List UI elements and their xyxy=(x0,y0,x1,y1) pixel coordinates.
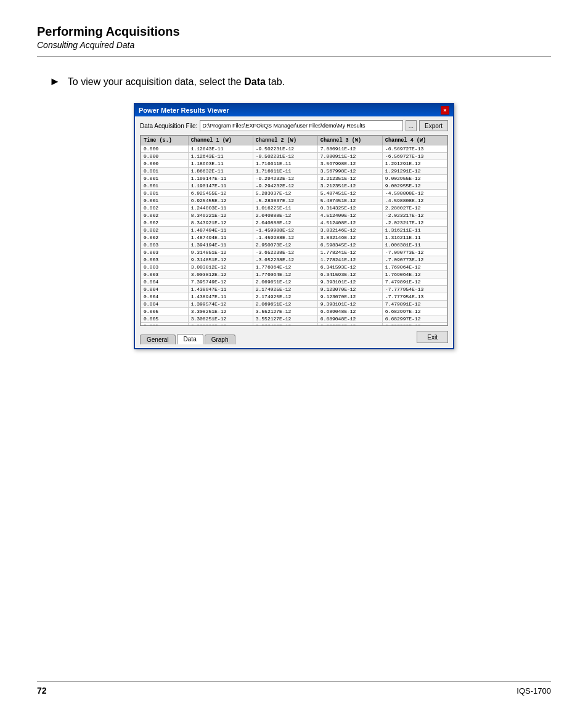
table-cell: 6.341593E-12 xyxy=(317,271,382,278)
table-cell: 0.002 xyxy=(141,212,189,219)
table-row: 0.0001.12643E-11-9.502231E-127.080911E-1… xyxy=(141,145,447,153)
tab-data[interactable]: Data xyxy=(177,334,203,344)
bottom-area: GeneralDataGraph Exit xyxy=(140,328,448,344)
table-cell: 1.487494E-11 xyxy=(188,234,253,241)
export-button[interactable]: Export xyxy=(419,120,448,131)
table-cell: -6.569727E-13 xyxy=(382,153,447,160)
table-row: 0.0001.12643E-11-9.502231E-127.080911E-1… xyxy=(141,153,447,160)
table-cell: -4.598808E-12 xyxy=(382,197,447,205)
table-cell: 1.487494E-11 xyxy=(188,227,253,234)
browse-button[interactable]: ... xyxy=(406,120,417,131)
footer-product-name: IQS-1700 xyxy=(517,686,551,696)
header-divider xyxy=(37,56,551,57)
table-cell: 3.567998E-12 xyxy=(317,168,382,175)
table-cell: 5.487451E-12 xyxy=(317,197,382,205)
table-cell: 9.123070E-12 xyxy=(317,293,382,301)
table-cell: 0.004 xyxy=(141,286,189,293)
table-cell: -9.294232E-12 xyxy=(253,182,317,190)
table-row: 0.0053.308251E-123.552127E-126.689048E-1… xyxy=(141,308,447,315)
table-cell: 6.682997E-12 xyxy=(382,308,447,315)
table-cell: 3.308251E-12 xyxy=(188,308,253,315)
table-cell: 0.002 xyxy=(141,219,189,227)
table-cell: 0.003 xyxy=(141,249,189,256)
table-cell: 2.069651E-12 xyxy=(253,278,317,286)
data-table-container: Time (s.)Channel 1 (W)Channel 2 (W)Chann… xyxy=(140,135,448,326)
tab-general[interactable]: General xyxy=(140,335,176,344)
table-cell: 9.314851E-12 xyxy=(188,249,253,256)
table-cell: 3.003812E-12 xyxy=(188,264,253,271)
table-cell: -6.569727E-13 xyxy=(382,145,447,153)
table-row: 0.0047.395749E-122.069651E-129.393101E-1… xyxy=(141,278,447,286)
table-cell: 1.716611E-11 xyxy=(253,168,317,175)
table-row: 0.0028.343921E-122.040888E-124.512408E-1… xyxy=(141,219,447,227)
table-cell: -9.502231E-12 xyxy=(253,145,317,153)
table-cell: 3.552127E-12 xyxy=(253,315,317,323)
instruction-text-after: tab. xyxy=(266,76,285,87)
table-cell: 7.080911E-12 xyxy=(317,145,382,153)
table-body: 0.0001.12643E-11-9.502231E-127.080911E-1… xyxy=(141,145,447,327)
table-cell: 5.283037E-12 xyxy=(253,190,317,197)
table-cell: 1.716611E-11 xyxy=(253,160,317,168)
table-cell: 0.000 xyxy=(141,145,189,153)
table-cell: 3.003812E-12 xyxy=(188,271,253,278)
table-cell: 6.089856E-12 xyxy=(317,323,382,327)
table-cell: 9.002955E-12 xyxy=(382,175,447,182)
table-row: 0.0011.190147E-11-9.294232E-123.212351E-… xyxy=(141,182,447,190)
table-cell: 2.040888E-12 xyxy=(253,212,317,219)
page-footer: 72 IQS-1700 xyxy=(37,681,551,696)
table-cell: -2.023217E-12 xyxy=(382,219,447,227)
table-cell: 1.778241E-12 xyxy=(317,256,382,264)
table-cell: 0.001 xyxy=(141,175,189,182)
window-body: Data Acquisition File: ... Export Time (… xyxy=(135,116,453,348)
table-cell: 1.769064E-12 xyxy=(382,264,447,271)
table-cell: 0.003 xyxy=(141,256,189,264)
table-cell: -7.090773E-12 xyxy=(382,256,447,264)
table-cell: 0.004 xyxy=(141,278,189,286)
table-row: 0.0011.190147E-11-9.294232E-123.212351E-… xyxy=(141,175,447,182)
table-cell: -7.090773E-12 xyxy=(382,249,447,256)
table-cell: 7.479891E-12 xyxy=(382,301,447,308)
table-cell: 0.002 xyxy=(141,234,189,241)
table-row: 0.0056.068306E-126.577456E-126.089856E-1… xyxy=(141,323,447,327)
tab-graph[interactable]: Graph xyxy=(205,335,235,344)
table-cell: 6.341593E-12 xyxy=(317,264,382,271)
table-row: 0.0041.399574E-122.069651E-129.393101E-1… xyxy=(141,301,447,308)
table-cell: 0.005 xyxy=(141,315,189,323)
table-cell: 1.769064E-12 xyxy=(382,271,447,278)
table-cell: 3.212351E-12 xyxy=(317,182,382,190)
table-cell: 0.000 xyxy=(141,160,189,168)
table-cell: 6.689048E-12 xyxy=(317,308,382,315)
table-header-row: Time (s.)Channel 1 (W)Channel 2 (W)Chann… xyxy=(141,136,447,145)
table-column-header: Channel 2 (W) xyxy=(253,136,317,145)
file-row: Data Acquisition File: ... Export xyxy=(140,120,448,131)
arrow-icon: ► xyxy=(49,75,60,88)
table-cell: 1.86632E-11 xyxy=(188,168,253,175)
table-cell: -7.777954E-13 xyxy=(382,286,447,293)
table-cell: 9.314851E-12 xyxy=(188,256,253,264)
table-cell: -5.283037E-12 xyxy=(253,197,317,205)
table-cell: 0.001 xyxy=(141,190,189,197)
table-cell: 9.002955E-12 xyxy=(382,182,447,190)
table-row: 0.0028.349221E-122.040888E-124.512400E-1… xyxy=(141,212,447,219)
table-cell: 3.832146E-12 xyxy=(317,227,382,234)
exit-button[interactable]: Exit xyxy=(417,331,448,343)
table-cell: 1.12643E-11 xyxy=(188,145,253,153)
table-cell: 0.003 xyxy=(141,271,189,278)
table-cell: 9.123070E-12 xyxy=(317,286,382,293)
table-cell: 2.040888E-12 xyxy=(253,219,317,227)
table-cell: 6.689048E-12 xyxy=(317,315,382,323)
table-cell: 6.925455E-12 xyxy=(188,197,253,205)
table-cell: 1.016225E-11 xyxy=(253,205,317,212)
table-cell: 1.776064E-12 xyxy=(253,264,317,271)
table-cell: 8.349221E-12 xyxy=(188,212,253,219)
table-cell: 1.778241E-12 xyxy=(317,249,382,256)
window-close-button[interactable]: × xyxy=(441,106,449,115)
table-cell: 1.006381E-11 xyxy=(382,241,447,249)
table-cell: -1.459988E-12 xyxy=(253,234,317,241)
table-column-header: Channel 3 (W) xyxy=(317,136,382,145)
table-cell: 0.004 xyxy=(141,301,189,308)
instruction-text: To view your acquisition data, select th… xyxy=(68,76,285,87)
table-row: 0.0039.314851E-12-3.652238E-121.778241E-… xyxy=(141,249,447,256)
table-cell: 0.004 xyxy=(141,293,189,301)
file-path-input[interactable] xyxy=(200,120,402,131)
